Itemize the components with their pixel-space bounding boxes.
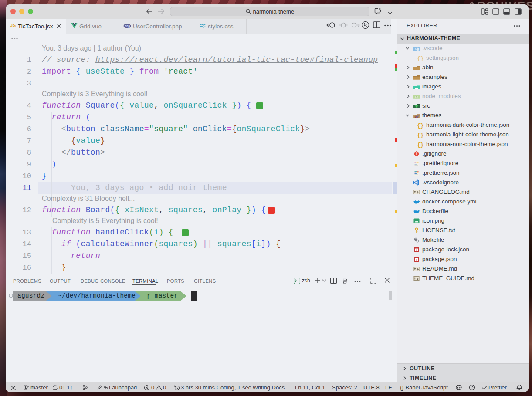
svg-text:np: np (416, 96, 418, 98)
svg-text:{}: {} (417, 56, 424, 62)
svg-text:{}: {} (417, 142, 424, 148)
svg-text:{}: {} (417, 123, 424, 129)
svg-text:php: php (125, 24, 130, 28)
svg-text:{}: {} (417, 132, 424, 139)
